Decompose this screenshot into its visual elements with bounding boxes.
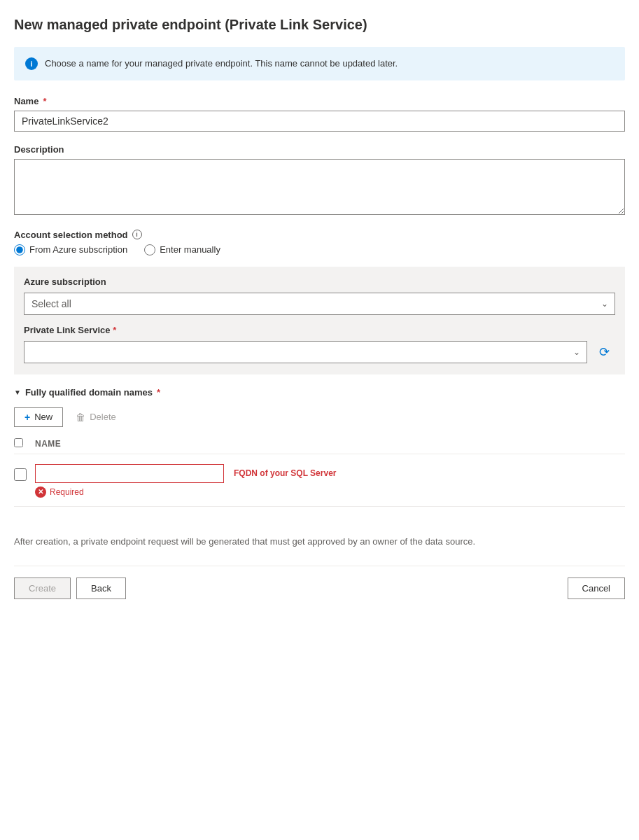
subscription-section: Azure subscription Select all ⌄ Private … bbox=[14, 267, 625, 374]
create-button: Create bbox=[14, 578, 71, 599]
delete-button-label: Delete bbox=[90, 412, 116, 422]
action-bar-left: Create Back bbox=[14, 578, 126, 599]
radio-from-azure[interactable]: From Azure subscription bbox=[14, 244, 127, 255]
fqdn-input-area: FQDN of your SQL Server ✕ Required bbox=[35, 464, 625, 498]
pls-required-star: * bbox=[113, 325, 116, 335]
back-button-label: Back bbox=[91, 583, 111, 594]
radio-group: From Azure subscription Enter manually bbox=[14, 244, 625, 255]
description-field-group: Description bbox=[14, 144, 625, 217]
info-banner-text: Choose a name for your managed private e… bbox=[45, 57, 398, 71]
required-error: ✕ Required bbox=[35, 486, 625, 498]
create-button-label: Create bbox=[29, 583, 56, 594]
description-label: Description bbox=[14, 144, 625, 155]
radio-enter-manually-input[interactable] bbox=[144, 244, 155, 255]
fqdn-hint: FQDN of your SQL Server bbox=[234, 468, 336, 478]
row-divider bbox=[14, 506, 625, 507]
name-required-star: * bbox=[43, 96, 46, 106]
azure-subscription-dropdown-wrapper: Select all ⌄ bbox=[24, 293, 615, 315]
fqdn-label: Fully qualified domain names bbox=[25, 387, 153, 398]
account-selection-info-icon: i bbox=[132, 230, 142, 239]
azure-subscription-select[interactable]: Select all bbox=[24, 293, 615, 315]
private-link-service-label: Private Link Service * bbox=[24, 325, 615, 335]
fqdn-section: ▼ Fully qualified domain names * + New 🗑… bbox=[14, 387, 625, 507]
private-link-row: ⌄ ⟳ bbox=[24, 341, 615, 363]
account-selection-label: Account selection method i bbox=[14, 230, 625, 240]
plus-icon: + bbox=[24, 412, 30, 423]
table-row: FQDN of your SQL Server ✕ Required bbox=[14, 458, 625, 503]
new-button[interactable]: + New bbox=[14, 407, 63, 427]
cancel-button[interactable]: Cancel bbox=[568, 578, 625, 599]
footer-note: After creation, a private endpoint reque… bbox=[14, 535, 625, 550]
refresh-button[interactable]: ⟳ bbox=[593, 341, 615, 363]
fqdn-toolbar: + New 🗑 Delete bbox=[14, 407, 625, 427]
fqdn-text-input[interactable] bbox=[35, 464, 224, 483]
radio-from-azure-input[interactable] bbox=[14, 244, 25, 255]
page-title: New managed private endpoint (Private Li… bbox=[14, 17, 625, 33]
name-label: Name * bbox=[14, 96, 625, 106]
new-button-label: New bbox=[34, 412, 52, 422]
name-input[interactable] bbox=[14, 111, 625, 132]
account-selection-group: Account selection method i From Azure su… bbox=[14, 230, 625, 374]
description-input[interactable] bbox=[14, 159, 625, 215]
private-link-service-select[interactable] bbox=[24, 341, 587, 363]
azure-subscription-label: Azure subscription bbox=[24, 276, 615, 287]
name-field-group: Name * bbox=[14, 96, 625, 132]
info-icon: i bbox=[25, 57, 38, 70]
table-header-row: NAME bbox=[14, 438, 625, 454]
radio-enter-manually[interactable]: Enter manually bbox=[144, 244, 220, 255]
error-text: Required bbox=[50, 487, 84, 497]
row-checkbox-cell bbox=[14, 464, 27, 483]
fqdn-input-row: FQDN of your SQL Server bbox=[35, 464, 625, 483]
header-checkbox-cell bbox=[14, 438, 27, 449]
private-link-service-dropdown-wrapper: ⌄ bbox=[24, 341, 587, 363]
trash-icon: 🗑 bbox=[76, 412, 85, 423]
error-icon: ✕ bbox=[35, 486, 46, 498]
radio-enter-manually-label: Enter manually bbox=[160, 244, 220, 255]
refresh-icon: ⟳ bbox=[599, 344, 610, 360]
delete-button: 🗑 Delete bbox=[69, 408, 123, 426]
back-button[interactable]: Back bbox=[76, 578, 126, 599]
row-checkbox[interactable] bbox=[14, 468, 27, 481]
collapse-triangle-icon: ▼ bbox=[14, 388, 21, 396]
name-column-header: NAME bbox=[35, 439, 625, 449]
radio-from-azure-label: From Azure subscription bbox=[29, 244, 127, 255]
cancel-button-label: Cancel bbox=[582, 583, 610, 594]
fqdn-header: ▼ Fully qualified domain names * bbox=[14, 387, 625, 398]
info-banner: i Choose a name for your managed private… bbox=[14, 47, 625, 80]
select-all-checkbox[interactable] bbox=[14, 438, 23, 447]
fqdn-table: NAME FQDN of your SQL Server ✕ Required bbox=[14, 438, 625, 507]
fqdn-required-star: * bbox=[157, 387, 160, 398]
action-bar: Create Back Cancel bbox=[14, 566, 625, 599]
